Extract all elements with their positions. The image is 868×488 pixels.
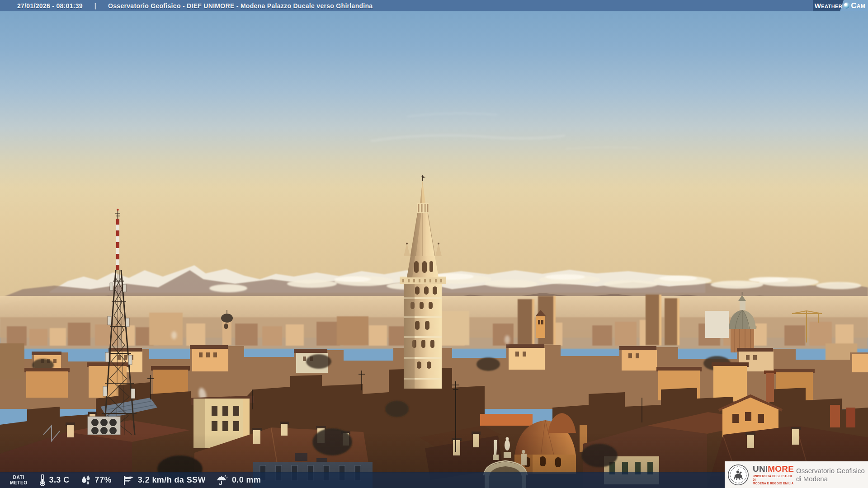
weathercam-logo: Weather Cam	[813, 0, 868, 11]
temperature-value: 3.3 C	[49, 475, 70, 485]
humidity-value: 77%	[95, 475, 112, 485]
dati-meteo-label: DATI METEO	[10, 475, 28, 486]
rain-icon	[217, 475, 228, 486]
wordmark-more: MORE	[768, 464, 794, 474]
wordmark-uni: UNI	[753, 464, 768, 474]
header-bar: 27/01/2026 - 08:01:39 | Osservatorio Geo…	[0, 0, 868, 11]
weathercam-word1: Weather	[815, 2, 842, 9]
timestamp: 27/01/2026 - 08:01:39	[17, 2, 83, 9]
webcam-photo	[0, 0, 868, 488]
header-separator: |	[94, 2, 96, 9]
weathercam-word2: Cam	[851, 1, 865, 10]
brick-chimney	[766, 373, 774, 402]
wind-group: 3.2 km/h da SSW	[123, 475, 206, 486]
humidity-group: 77%	[80, 475, 112, 486]
wind-icon	[123, 475, 134, 486]
precipitation-group: 0.0 mm	[217, 475, 261, 486]
beacon-light	[117, 209, 118, 211]
small-campanile	[221, 310, 233, 345]
temperature-group: 3.3 C	[39, 474, 70, 486]
striped-mast	[116, 219, 119, 270]
page-title: Osservatorio Geofisico - DIEF UNIMORE - …	[108, 2, 373, 9]
webcam-page: 27/01/2026 - 08:01:39 | Osservatorio Geo…	[0, 0, 868, 488]
humidity-icon	[80, 475, 91, 486]
observatory-name: Osservatorio Geofisico di Modena	[796, 467, 865, 483]
unimore-branding-box: UNIMORE UNIVERSITÀ DEGLI STUDI DI MODENA…	[725, 461, 868, 488]
precipitation-value: 0.0 mm	[232, 475, 261, 485]
unimore-wordmark: UNIMORE UNIVERSITÀ DEGLI STUDI DI MODENA…	[753, 465, 794, 485]
wind-value: 3.2 km/h da SSW	[138, 475, 206, 485]
thermometer-icon	[39, 474, 46, 486]
university-name: UNIVERSITÀ DEGLI STUDI DI MODENA E REGGI…	[753, 474, 794, 485]
unimore-seal-icon	[727, 464, 749, 486]
modena-scene	[0, 0, 868, 488]
